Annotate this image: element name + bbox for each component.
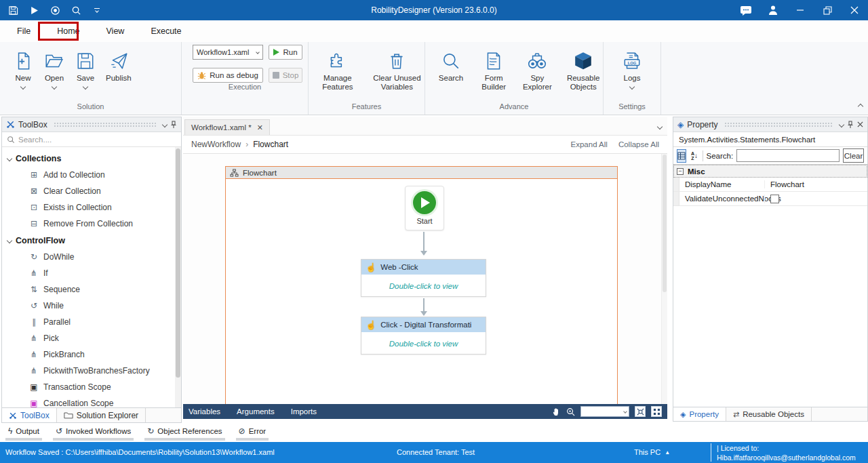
chat-button[interactable]: [732, 0, 760, 20]
toolbox-item-while[interactable]: ↺While: [2, 298, 181, 314]
tab-error[interactable]: ⊘Error: [236, 426, 269, 441]
restore-icon: [823, 6, 832, 15]
breadcrumb-root[interactable]: NewWorkflow: [191, 140, 241, 149]
flowchart-container[interactable]: Flowchart Start ☝ Web -Click Double-clic…: [225, 166, 618, 404]
toolbox-item-pick[interactable]: ⋔Pick: [2, 330, 181, 346]
run-button[interactable]: Run: [269, 45, 302, 60]
clear-unused-variables-button[interactable]: Clear Unused Variables: [370, 50, 425, 92]
close-button[interactable]: [841, 0, 868, 20]
toolbox-group-controlflow[interactable]: ControlFlow: [2, 232, 181, 249]
categorized-view-button[interactable]: [677, 149, 686, 163]
new-button[interactable]: New: [12, 50, 34, 89]
status-this-pc[interactable]: This PC ▲: [634, 448, 670, 456]
property-search-input[interactable]: [736, 149, 840, 162]
expand-all-link[interactable]: Expand All: [571, 140, 608, 148]
quick-record-button[interactable]: [47, 3, 62, 18]
sort-az-button[interactable]: AZ↓: [690, 149, 699, 163]
form-builder-button[interactable]: Form Builder: [477, 50, 511, 92]
zoom-magnifier-icon[interactable]: [566, 407, 575, 416]
search-button[interactable]: Search: [433, 50, 469, 83]
flowchart-header[interactable]: Flowchart: [226, 167, 617, 179]
toolbox-item-pickwithtwobranchesfactory[interactable]: ⋔PickwithTwoBranchesFactory: [2, 363, 181, 379]
tab-toolbox[interactable]: ToolBox: [2, 408, 57, 422]
user-button[interactable]: [760, 0, 787, 20]
toolbox-item-sequence[interactable]: ⇅Sequence: [2, 281, 181, 298]
fit-to-screen-button[interactable]: [635, 406, 646, 417]
design-canvas[interactable]: Flowchart Start ☝ Web -Click Double-clic…: [183, 154, 667, 404]
chevron-down-icon[interactable]: [839, 121, 844, 127]
tab-property[interactable]: ◈ Property: [673, 407, 726, 421]
tab-invoked-workflows[interactable]: ↺Invoked Workflows: [53, 426, 134, 441]
customize-toolbar-chevron[interactable]: [90, 3, 104, 18]
toolbox-group-collections[interactable]: Collections: [2, 150, 181, 167]
start-node[interactable]: Start: [405, 186, 444, 230]
activity-node-web-click[interactable]: ☝ Web -Click Double-click to view: [361, 259, 486, 297]
status-tenant: Connected Tenant: Test: [397, 448, 475, 456]
toolbox-item-transaction-scope[interactable]: ▣Transaction Scope: [2, 379, 181, 395]
activity-node-click-digital[interactable]: ☝ Click - Digital Transformati Double-cl…: [361, 317, 486, 355]
close-tab-icon[interactable]: ✕: [257, 123, 263, 132]
stop-icon: [273, 72, 279, 79]
document-tab-workflow1[interactable]: Workflow1.xaml * ✕: [184, 119, 270, 135]
save-button[interactable]: Save: [75, 50, 96, 89]
collection-clear-icon: ⊠: [29, 186, 39, 196]
pin-icon[interactable]: [847, 121, 854, 129]
pan-hand-icon[interactable]: [552, 407, 561, 416]
toolbox-item-add-to-collection[interactable]: ⊞Add to Collection: [2, 167, 181, 183]
toolbox-item-if[interactable]: ⋔If: [2, 265, 181, 281]
chevron-down-icon[interactable]: [162, 121, 167, 127]
tab-solution-explorer[interactable]: Solution Explorer: [57, 408, 146, 422]
toolbox-search-input[interactable]: [18, 136, 176, 144]
tab-output[interactable]: ϟOutput: [5, 426, 42, 441]
variables-tab[interactable]: Variables: [189, 407, 220, 416]
validate-unconnected-nodes-checkbox[interactable]: [770, 195, 779, 203]
quick-run-button[interactable]: [26, 3, 41, 18]
logs-button[interactable]: LOG Logs: [621, 50, 643, 89]
zoom-level-input[interactable]: [580, 406, 629, 417]
stop-button[interactable]: Stop: [269, 68, 302, 83]
spy-explorer-button[interactable]: Spy Explorer: [519, 50, 555, 92]
collapse-all-link[interactable]: Collapse All: [618, 140, 659, 148]
arguments-tab[interactable]: Arguments: [237, 407, 275, 416]
menu-tab-view[interactable]: View: [97, 22, 134, 41]
quick-search-button[interactable]: [68, 3, 83, 18]
toolbox-item-cancellation-scope[interactable]: ▣Cancellation Scope: [2, 395, 181, 407]
minimize-button[interactable]: [787, 0, 814, 20]
toolbox-item-exists-in-collection[interactable]: ⊡Exists in Collection: [2, 199, 181, 216]
clear-button[interactable]: Clear: [843, 148, 864, 163]
imports-tab[interactable]: Imports: [291, 407, 317, 416]
pin-icon[interactable]: [170, 121, 177, 129]
tab-list-chevron[interactable]: [658, 121, 662, 131]
panel-texture: [54, 122, 157, 127]
overview-button[interactable]: [651, 406, 662, 417]
misc-category-header[interactable]: − Misc: [673, 165, 867, 178]
run-as-debug-button[interactable]: Run as debug: [193, 68, 263, 83]
ribbon-group-settings: LOG Logs Settings: [604, 42, 661, 115]
close-panel-icon[interactable]: [857, 121, 863, 127]
toolbox-item-parallel[interactable]: ∥Parallel: [2, 314, 181, 330]
menu-tab-home[interactable]: Home: [47, 22, 89, 41]
reusable-objects-button[interactable]: Reusable Objects: [564, 50, 603, 92]
canvas-scrollbar[interactable]: [661, 154, 667, 404]
publish-button[interactable]: Publish: [106, 50, 132, 83]
quick-save-button[interactable]: [5, 3, 20, 18]
toolbox-item-pickbranch[interactable]: ⋔PickBranch: [2, 346, 181, 363]
tab-object-references[interactable]: ↻Object References: [144, 426, 224, 441]
toolbox-item-dowhile[interactable]: ↻DoWhile: [2, 249, 181, 265]
menu-tab-execute[interactable]: Execute: [141, 22, 191, 41]
invoked-workflows-icon: ↺: [56, 426, 62, 436]
workflow-select[interactable]: Workflow1.xaml: [193, 45, 263, 60]
tab-reusable-objects[interactable]: ⇄ Reusable Objects: [726, 407, 812, 421]
menu-tab-file[interactable]: File: [7, 22, 40, 41]
toolbox-item-remove-from-collection[interactable]: ⊟Remove From Collection: [2, 216, 181, 232]
collapse-category-icon[interactable]: −: [677, 168, 684, 175]
toolbox-scrollbar[interactable]: [175, 147, 181, 407]
open-button[interactable]: Open: [43, 50, 65, 89]
toolbox-item-clear-collection[interactable]: ⊠Clear Collection: [2, 183, 181, 199]
play-icon: [273, 49, 279, 56]
displayname-value[interactable]: Flowchart: [764, 180, 867, 188]
ribbon-collapse-chevron[interactable]: [859, 101, 863, 110]
restore-button[interactable]: [814, 0, 841, 20]
publish-plane-icon: [108, 51, 129, 71]
manage-features-button[interactable]: Manage Features: [318, 50, 357, 92]
